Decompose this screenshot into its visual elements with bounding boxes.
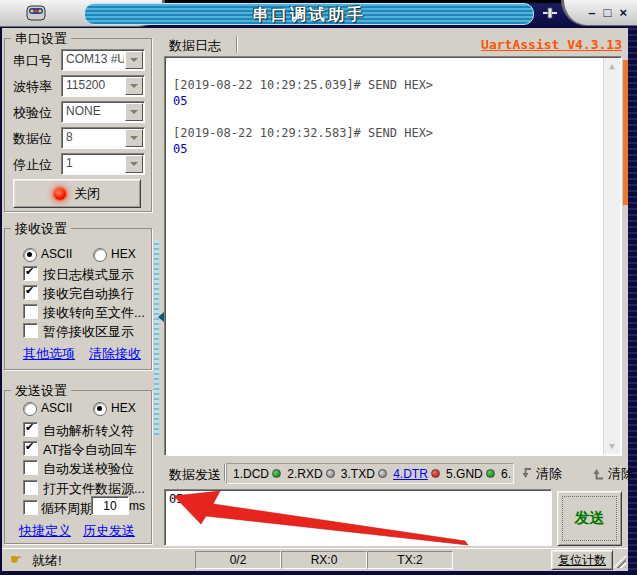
parity-label: 校验位 xyxy=(13,104,52,122)
receive-to-file-checkbox[interactable] xyxy=(23,304,38,319)
cycle-period-checkbox[interactable] xyxy=(23,500,38,515)
auto-escape-checkbox[interactable] xyxy=(23,422,38,437)
pause-display-label: 暂停接收区显示 xyxy=(43,323,134,341)
send-ascii-radio[interactable] xyxy=(23,402,37,416)
log-scrollbar[interactable]: ▲ ▼ xyxy=(603,58,620,454)
parity-value: NONE xyxy=(66,104,101,118)
uartassist-window: ▼ 串口调试助手 – □ × 串口设置 串口号 COM13 #US 波特率 xyxy=(0,0,637,575)
counter-rx: RX:0 xyxy=(281,551,367,569)
status-hand-icon: ☛ xyxy=(10,551,23,567)
maximize-button[interactable]: □ xyxy=(604,6,612,19)
stopbits-select[interactable]: 1 xyxy=(61,153,145,175)
log-mode-label: 按日志模式显示 xyxy=(43,266,134,284)
history-send-link[interactable]: 历史发送 xyxy=(83,522,135,540)
other-options-link[interactable]: 其他选项 xyxy=(23,345,75,363)
com-port-value: COM13 #US xyxy=(66,52,124,66)
send-settings-title: 发送设置 xyxy=(11,382,71,400)
dropdown-arrow-icon[interactable] xyxy=(125,77,143,95)
panel-splitter[interactable] xyxy=(152,30,162,546)
log-entry-header: [2019-08-22 10:29:32.583]# SEND HEX> xyxy=(173,125,621,141)
auto-linefeed-label: 接收完自动换行 xyxy=(43,285,134,303)
indicator-dcd-led xyxy=(272,469,281,478)
indicator-6-label: 6. xyxy=(501,467,511,481)
dropdown-arrow-icon[interactable] xyxy=(125,51,143,69)
pause-display-checkbox[interactable] xyxy=(23,323,38,338)
auto-linefeed-checkbox[interactable] xyxy=(23,285,38,300)
app-icon[interactable] xyxy=(26,5,46,24)
com-port-select[interactable]: COM13 #US xyxy=(61,49,145,71)
arrow-up-icon xyxy=(591,467,604,480)
indicator-6: 6. xyxy=(501,467,511,481)
send-hex-label: HEX xyxy=(111,401,136,415)
auto-escape-label: 自动解析转义符 xyxy=(43,422,134,440)
cycle-period-input[interactable] xyxy=(91,496,129,515)
window-title: 串口调试助手 xyxy=(84,3,534,25)
indicator-txd-led xyxy=(378,469,387,478)
indicator-dtr[interactable]: 4.DTR xyxy=(393,467,440,481)
receive-ascii-label: ASCII xyxy=(41,247,72,261)
reset-count-button[interactable]: 复位计数 xyxy=(551,550,613,570)
scroll-up-icon[interactable]: ▲ xyxy=(604,58,620,74)
send-hex-radio[interactable] xyxy=(93,402,107,416)
window-frame-left xyxy=(0,28,2,575)
dropdown-arrow-icon[interactable] xyxy=(125,129,143,147)
file-data-source-checkbox[interactable] xyxy=(23,480,38,495)
send-settings-group: 发送设置 ASCII HEX 自动解析转义符 AT指令自动回车 自动发送校验位 … xyxy=(4,390,152,544)
receive-settings-title: 接收设置 xyxy=(11,220,71,238)
log-blank-line xyxy=(173,109,621,125)
serial-settings-group: 串口设置 串口号 COM13 #US 波特率 115200 校验位 NONE 数… xyxy=(4,38,152,212)
quick-define-link[interactable]: 快捷定义 xyxy=(19,522,71,540)
at-auto-cr-checkbox[interactable] xyxy=(23,441,38,456)
indicator-dtr-link[interactable]: 4.DTR xyxy=(393,467,428,481)
databits-label: 数据位 xyxy=(13,130,52,148)
parity-select[interactable]: NONE xyxy=(61,101,145,123)
log-entry-header: [2019-08-22 10:29:25.039]# SEND HEX> xyxy=(173,77,621,93)
receive-settings-group: 接收设置 ASCII HEX 按日志模式显示 接收完自动换行 接收转向至文件..… xyxy=(4,228,152,370)
clear-send-label: 清除 xyxy=(608,465,634,483)
baudrate-select[interactable]: 115200 xyxy=(61,75,145,97)
log-entry-data: 05 xyxy=(173,93,621,109)
log-mode-checkbox[interactable] xyxy=(23,266,38,281)
receive-to-file-label: 接收转向至文件... xyxy=(43,304,145,322)
baudrate-value: 115200 xyxy=(66,78,105,92)
indicator-rxd: 2.RXD xyxy=(287,467,334,481)
at-auto-cr-label: AT指令自动回车 xyxy=(43,441,137,459)
scroll-down-icon[interactable]: ▼ xyxy=(604,438,620,454)
auto-checksum-checkbox[interactable] xyxy=(23,460,38,475)
clear-send-button[interactable]: 清除 xyxy=(591,463,634,484)
signal-indicator-strip: 1.DCD 2.RXD 3.TXD 4.DTR 5.GND 6. xyxy=(226,463,514,484)
indicator-dcd-label: 1.DCD xyxy=(233,467,269,481)
pin-icon[interactable] xyxy=(543,6,559,23)
open-close-port-label: 关闭 xyxy=(74,185,100,203)
send-input[interactable]: 05 xyxy=(164,489,552,546)
dropdown-arrow-icon[interactable] xyxy=(125,155,143,173)
dropdown-arrow-icon[interactable] xyxy=(125,103,143,121)
indicator-dcd: 1.DCD xyxy=(233,467,281,481)
send-button-label: 发送 xyxy=(575,509,605,528)
tab-data-send[interactable]: 数据发送 xyxy=(169,466,221,484)
com-port-label: 串口号 xyxy=(13,52,52,70)
close-button[interactable]: × xyxy=(619,6,627,19)
indicator-rxd-led xyxy=(326,469,335,478)
databits-select[interactable]: 8 xyxy=(61,127,145,149)
port-open-led-icon xyxy=(54,188,66,200)
tab-separator xyxy=(224,464,225,481)
tab-data-log[interactable]: 数据日志 xyxy=(169,37,221,55)
auto-checksum-label: 自动发送校验位 xyxy=(43,460,134,478)
collapse-left-icon[interactable] xyxy=(153,312,164,322)
receive-ascii-radio[interactable] xyxy=(23,248,37,262)
counter-tx: TX:2 xyxy=(367,551,453,569)
clear-receive-link[interactable]: 清除接收 xyxy=(89,345,141,363)
counter-frames: 0/2 xyxy=(195,551,281,569)
send-button[interactable]: 发送 xyxy=(557,491,622,546)
receive-hex-radio[interactable] xyxy=(93,248,107,262)
send-input-value: 05 xyxy=(169,492,183,506)
clear-receive-button[interactable]: 清除 xyxy=(519,463,562,484)
version-link[interactable]: UartAssist V4.3.13 xyxy=(480,37,622,52)
resize-grip[interactable] xyxy=(613,555,626,568)
cycle-period-unit: ms xyxy=(129,499,145,513)
minimize-button[interactable]: – xyxy=(588,6,595,19)
open-close-port-button[interactable]: 关闭 xyxy=(13,179,141,208)
title-bar: ▼ 串口调试助手 – □ × xyxy=(0,0,637,28)
log-output[interactable]: [2019-08-22 10:29:25.039]# SEND HEX> 05 … xyxy=(164,56,622,456)
